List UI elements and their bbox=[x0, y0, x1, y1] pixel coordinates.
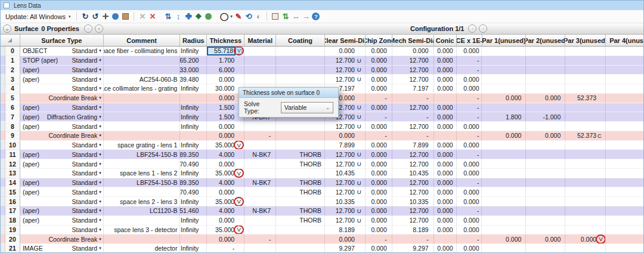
tce-cell[interactable]: - bbox=[457, 235, 482, 244]
comment-cell[interactable] bbox=[104, 122, 181, 131]
tce-cell[interactable]: 0.000 bbox=[457, 244, 482, 253]
tce-cell[interactable]: - bbox=[457, 56, 482, 66]
column-header-tce[interactable]: TCE x 1E-6 bbox=[457, 35, 482, 46]
tce-cell[interactable]: 0.000 bbox=[457, 226, 482, 235]
material-cell[interactable] bbox=[244, 197, 276, 206]
par1-cell[interactable] bbox=[482, 47, 526, 56]
surface-type-dropdown[interactable]: Standard▾ bbox=[72, 85, 103, 92]
previous-surface-button[interactable]: ‹ bbox=[84, 24, 92, 33]
comment-cell[interactable] bbox=[104, 56, 181, 66]
update-icon[interactable]: ↻ bbox=[80, 11, 90, 22]
row-number[interactable]: 3 bbox=[5, 75, 20, 84]
chip-zone-cell[interactable]: 0.000 bbox=[366, 47, 392, 56]
thickness-value[interactable]: 4.000 bbox=[207, 179, 236, 186]
radius-cell[interactable]: -39.480 bbox=[180, 75, 207, 84]
comment-cell[interactable]: space collimator lens - grating bbox=[104, 84, 181, 94]
comment-cell[interactable]: space grating - lens 1 bbox=[104, 141, 181, 150]
column-header-par2[interactable]: Par 2(unused) bbox=[526, 35, 565, 46]
par1-cell[interactable] bbox=[482, 197, 526, 206]
row-number[interactable]: 15 bbox=[5, 187, 20, 197]
column-header-surface-type[interactable]: Surface Type bbox=[20, 35, 104, 46]
column-header-conic[interactable]: Conic bbox=[434, 35, 457, 46]
mech-semi-dia-cell[interactable]: 12.700 bbox=[392, 206, 434, 216]
thickness-value[interactable]: 0.000 bbox=[207, 76, 236, 83]
thickness-cell[interactable]: 4.000 bbox=[207, 150, 244, 159]
par3-cell[interactable]: 52.373 bbox=[565, 94, 606, 103]
radius-cell[interactable]: 89.350 bbox=[180, 150, 207, 159]
surface-type-dropdown[interactable]: Standard▾ bbox=[72, 66, 103, 73]
par4-cell[interactable] bbox=[606, 47, 643, 56]
radius-cell[interactable]: Infinity bbox=[180, 216, 207, 226]
par3-cell[interactable] bbox=[565, 150, 606, 159]
column-header-coating[interactable]: Coating bbox=[276, 35, 325, 46]
surface-type-cell[interactable]: (aper)Standard▾ bbox=[20, 216, 104, 226]
surface-type-dropdown[interactable]: Standard▾ bbox=[72, 189, 103, 196]
mech-semi-dia-cell[interactable]: - bbox=[392, 235, 434, 244]
draw-curve-icon[interactable]: ⟲ bbox=[243, 11, 253, 22]
tce-cell[interactable]: 0.000 bbox=[457, 159, 482, 169]
tce-cell[interactable]: - bbox=[457, 66, 482, 75]
thickness-cell[interactable]: 0.000 bbox=[207, 235, 244, 244]
par1-cell[interactable] bbox=[482, 169, 526, 178]
chip-zone-cell[interactable]: 0.000 bbox=[366, 206, 392, 216]
surface-type-cell[interactable]: Standard▾ bbox=[20, 197, 104, 206]
par3-cell[interactable] bbox=[565, 122, 606, 131]
comment-cell[interactable] bbox=[104, 103, 181, 113]
par3-cell[interactable] bbox=[565, 141, 606, 150]
thickness-value[interactable]: 35.000 bbox=[207, 141, 236, 149]
conic-cell[interactable]: 0.000 bbox=[434, 169, 457, 178]
conic-cell[interactable] bbox=[434, 94, 457, 103]
swap-surfaces-icon[interactable]: ⇅ bbox=[163, 11, 173, 22]
chip-zone-cell[interactable]: 0.000 bbox=[366, 197, 392, 206]
clear-semi-dia-cell[interactable]: 8.189 bbox=[325, 226, 366, 235]
thickness-value[interactable]: 1.700 bbox=[207, 57, 236, 64]
next-surface-button[interactable]: › bbox=[95, 24, 103, 33]
par4-cell[interactable] bbox=[606, 94, 643, 103]
conic-cell[interactable]: 0.000 bbox=[434, 226, 457, 235]
par4-cell[interactable] bbox=[606, 103, 643, 113]
conic-cell[interactable]: 0.000 bbox=[434, 197, 457, 206]
column-header-mech-semi-dia[interactable]: Mech Semi-Dia bbox=[392, 35, 434, 46]
row-number[interactable]: 20 bbox=[5, 235, 20, 244]
surface-type-cell[interactable]: (aper)Standard▾ bbox=[20, 103, 104, 113]
radius-cell[interactable]: Infinity bbox=[180, 141, 207, 150]
conic-cell[interactable]: 0.000 bbox=[434, 66, 457, 75]
chip-zone-cell[interactable]: 0.000 bbox=[366, 244, 392, 253]
mech-semi-dia-cell[interactable]: 12.700 bbox=[392, 103, 434, 113]
tce-cell[interactable]: 0.000 bbox=[457, 216, 482, 226]
par2-cell[interactable]: -1.000 bbox=[526, 112, 565, 122]
material-cell[interactable] bbox=[244, 56, 276, 66]
coating-cell[interactable] bbox=[276, 226, 325, 235]
surface-type-cell[interactable]: (aper)Standard▾ bbox=[20, 178, 104, 188]
material-cell[interactable] bbox=[244, 244, 276, 253]
radius-cell[interactable]: 89.350 bbox=[180, 178, 207, 188]
clear-semi-dia-cell[interactable]: 12.700U bbox=[325, 75, 366, 84]
aperture-icon[interactable]: ◯ bbox=[219, 11, 229, 22]
comment-cell[interactable] bbox=[104, 131, 181, 141]
thickness-cell[interactable]: 0.000 bbox=[207, 122, 244, 131]
par4-cell[interactable] bbox=[606, 84, 643, 94]
par4-cell[interactable] bbox=[606, 159, 643, 169]
coating-cell[interactable]: THORB bbox=[276, 216, 325, 226]
clear-semi-dia-cell[interactable]: 0.000 bbox=[325, 235, 366, 244]
thickness-value[interactable]: 0.000 bbox=[207, 189, 236, 196]
surface-type-cell[interactable]: (aper)Standard▾ bbox=[20, 206, 104, 216]
par2-cell[interactable] bbox=[526, 141, 565, 150]
comment-cell[interactable] bbox=[104, 216, 181, 226]
par2-cell[interactable] bbox=[526, 187, 565, 197]
par3-cell[interactable] bbox=[565, 103, 606, 113]
column-header-par1[interactable]: Par 1(unused) bbox=[482, 35, 527, 46]
title-bar[interactable]: Lens Data bbox=[1, 1, 643, 10]
conic-cell[interactable]: 0.000 bbox=[434, 244, 457, 253]
insert-surface-icon[interactable]: ✕ bbox=[137, 11, 147, 22]
thickness-cell[interactable]: 0.000 bbox=[207, 216, 244, 226]
par2-cell[interactable] bbox=[526, 56, 565, 66]
thickness-value[interactable]: 55.718 bbox=[207, 47, 236, 55]
thickness-cell[interactable]: 35.000V bbox=[207, 169, 244, 178]
par1-cell[interactable] bbox=[482, 216, 526, 226]
surface-type-cell[interactable]: OBJECTStandard▾ bbox=[20, 47, 104, 56]
par3-cell[interactable] bbox=[565, 66, 606, 75]
comment-cell[interactable]: LBF254-150-B bbox=[104, 150, 181, 159]
radius-cell[interactable]: -51.460 bbox=[180, 206, 207, 216]
par2-cell[interactable] bbox=[526, 150, 565, 159]
